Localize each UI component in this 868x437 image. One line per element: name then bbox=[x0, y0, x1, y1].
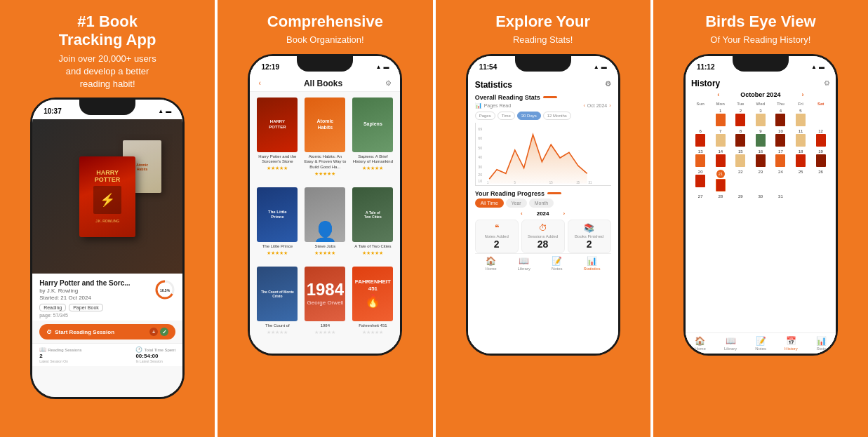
svg-text:1: 1 bbox=[487, 180, 489, 184]
cal-book-17 bbox=[775, 154, 785, 167]
month-nav: ‹ Oct 2024 › bbox=[584, 103, 611, 108]
tag-format[interactable]: Paper Book bbox=[69, 304, 103, 311]
cal-day-24[interactable]: 24 bbox=[771, 169, 790, 192]
tab-month[interactable]: Month bbox=[529, 199, 554, 208]
tag-reading[interactable]: Reading bbox=[39, 304, 66, 311]
book-cell-6[interactable]: A Tale of Two Cities A Tale of Two Citie… bbox=[351, 187, 394, 262]
cal-day-15[interactable]: 15 bbox=[731, 149, 750, 168]
book-main-title: HARRY POTTER bbox=[95, 170, 121, 184]
nav-library-label-3: Library bbox=[518, 267, 530, 271]
cal-day-25[interactable]: 25 bbox=[792, 169, 810, 192]
book-thumb-title-3: Sapiens bbox=[362, 120, 384, 128]
back-button[interactable]: ‹ bbox=[258, 79, 260, 87]
tab-pages[interactable]: Pages bbox=[475, 112, 495, 120]
phone-mockup-1: 10:37 ▲ ▬ Atomic Habits HARRY POTTER ⚡ J… bbox=[30, 98, 185, 399]
cal-empty-1 bbox=[691, 108, 710, 127]
check-icon[interactable]: ✓ bbox=[160, 328, 168, 336]
prev-month-button[interactable]: ‹ bbox=[584, 103, 585, 108]
book-cell-8[interactable]: 1984 George Orwell 1984 ★★★★★ bbox=[303, 267, 347, 342]
next-month-cal-button[interactable]: › bbox=[801, 91, 803, 98]
tab-30days[interactable]: 30 Days bbox=[517, 112, 541, 120]
cal-tue: Tue bbox=[731, 101, 750, 107]
cal-day-14[interactable]: 14 bbox=[711, 149, 730, 168]
tab-time[interactable]: Time bbox=[498, 112, 515, 120]
timer-icon: ⏱ bbox=[46, 329, 52, 335]
sessions-stat-icon: ⏱ bbox=[525, 223, 561, 233]
nav-library-4[interactable]: 📖 Library bbox=[724, 336, 737, 351]
settings-icon-3[interactable]: ⚙ bbox=[605, 80, 611, 90]
cal-day-19[interactable]: 19 bbox=[811, 149, 830, 168]
cal-day-9[interactable]: 9 bbox=[752, 128, 770, 147]
cal-day-2[interactable]: 2 bbox=[731, 108, 750, 127]
plus-icon[interactable]: + bbox=[149, 328, 158, 336]
nav-notes-3[interactable]: 📝Notes bbox=[552, 256, 563, 271]
prev-year-button[interactable]: ‹ bbox=[521, 210, 523, 217]
cal-day-13[interactable]: 13 bbox=[691, 149, 710, 168]
cal-day-12[interactable]: 12 bbox=[811, 128, 830, 147]
cal-day-7[interactable]: 7 bbox=[711, 128, 730, 147]
nav-stats-4[interactable]: 📊 Stats bbox=[816, 336, 827, 351]
next-year-button[interactable]: › bbox=[563, 210, 566, 217]
prev-month-cal-button[interactable]: ‹ bbox=[717, 91, 719, 98]
reading-chart: 69 60 50 40 30 20 10 1 5 15 bbox=[476, 123, 611, 185]
stars-3: ★★★★★ bbox=[362, 166, 383, 171]
nav-notes-4[interactable]: 📝 Notes bbox=[755, 336, 766, 351]
cal-day-1[interactable]: 1 bbox=[711, 108, 730, 127]
cal-day-18[interactable]: 18 bbox=[792, 149, 810, 168]
book-cell-name-6: A Tale of Two Cities bbox=[354, 244, 391, 250]
cal-day-17[interactable]: 17 bbox=[771, 149, 790, 168]
panel2-subtitle: Book Organization! bbox=[286, 34, 364, 46]
next-month-button[interactable]: › bbox=[609, 103, 610, 108]
tab-12months[interactable]: 12 Months bbox=[543, 112, 571, 120]
nav-home-4[interactable]: 🏠 Home bbox=[695, 336, 706, 351]
book-cell-9[interactable]: FAHRENHEIT 451 🔥 Fahrenheit 451 ★★★★★ bbox=[351, 267, 394, 342]
cal-day-5[interactable]: 5 bbox=[792, 108, 810, 127]
cal-day-27[interactable]: 27 bbox=[691, 194, 710, 199]
tab-alltime[interactable]: All Time bbox=[475, 199, 504, 208]
cal-day-28[interactable]: 28 bbox=[711, 194, 730, 199]
book-cell-7[interactable]: The Count of Monte Cristo The Count of ★… bbox=[255, 267, 299, 342]
start-session-button[interactable]: ⏱ Start Reading Session + ✓ bbox=[39, 324, 175, 339]
cal-day-31[interactable]: 31 bbox=[771, 194, 790, 199]
nav-library-3[interactable]: 📖Library bbox=[518, 256, 530, 271]
cal-day-6[interactable]: 6 bbox=[691, 128, 710, 147]
cal-day-8[interactable]: 8 bbox=[731, 128, 750, 147]
cal-day-4[interactable]: 4 bbox=[771, 108, 790, 127]
action-icons: + ✓ bbox=[149, 328, 168, 336]
settings-icon-4[interactable]: ⚙ bbox=[824, 79, 830, 87]
book-thumb-8: 1984 George Orwell bbox=[305, 267, 345, 321]
cal-day-16[interactable]: 16 bbox=[752, 149, 770, 168]
sessions-value: 2 bbox=[39, 353, 81, 359]
nav-stats-3[interactable]: 📊Statistics bbox=[584, 256, 601, 271]
cal-day-21[interactable]: 21 bbox=[711, 169, 730, 192]
nav-stats-label-3: Statistics bbox=[584, 267, 601, 271]
cal-book-1 bbox=[716, 114, 726, 126]
cal-day-30[interactable]: 30 bbox=[752, 194, 770, 199]
cal-day-10[interactable]: 10 bbox=[771, 128, 790, 147]
book-cell-3[interactable]: Sapiens Sapiens: A Brief History of Huma… bbox=[351, 98, 394, 183]
stats-content: Statistics ⚙ Overall Reading Stats 📊 Pag… bbox=[468, 76, 618, 354]
cal-book-2 bbox=[735, 114, 745, 126]
status-icons-4: ▲ ▬ bbox=[811, 64, 824, 70]
book-cell-4[interactable]: The Little Prince The Little Prince ★★★★… bbox=[255, 187, 299, 262]
book-cell-2[interactable]: Atomic Habits Atomic Habits: An Easy & P… bbox=[303, 98, 347, 183]
all-books-title: All Books bbox=[304, 79, 342, 88]
cal-day-23[interactable]: 23 bbox=[752, 169, 770, 192]
cal-day-29[interactable]: 29 bbox=[731, 194, 750, 199]
time-4: 11:12 bbox=[697, 63, 715, 71]
cal-day-26[interactable]: 26 bbox=[811, 169, 830, 192]
progress-label: Your Reading Progress bbox=[475, 190, 611, 197]
nav-home-3[interactable]: 🏠Home bbox=[486, 256, 497, 271]
cal-day-3[interactable]: 3 bbox=[752, 108, 770, 127]
tab-year[interactable]: Year bbox=[506, 199, 527, 208]
bar-chart-icon: 📊 bbox=[475, 102, 482, 109]
cal-day-22[interactable]: 22 bbox=[731, 169, 750, 192]
cal-day-20[interactable]: 20 bbox=[691, 169, 710, 192]
settings-icon[interactable]: ⚙ bbox=[385, 79, 392, 87]
nav-history-4[interactable]: 📅 History bbox=[784, 336, 798, 351]
cal-book-8 bbox=[735, 134, 745, 147]
book-cell-5[interactable]: 👤 Steve Jobs ★★★★★ bbox=[303, 187, 347, 262]
book-cell-1[interactable]: HARRY POTTER Harry Potter and the Sorcer… bbox=[255, 98, 299, 183]
cal-day-11[interactable]: 11 bbox=[792, 128, 810, 147]
reading-sessions-stat: 📖 Reading Sessions 2 Latest Session On bbox=[39, 347, 81, 363]
